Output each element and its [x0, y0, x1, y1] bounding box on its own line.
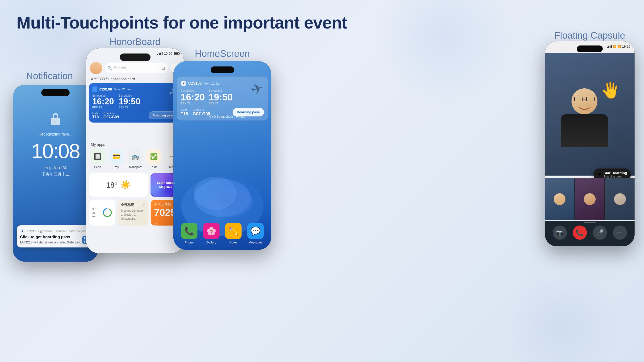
- hs-arrival-block: Scheduled 19:50 SZX T3: [208, 89, 232, 105]
- glasses-left: [574, 97, 583, 101]
- lockscreen-time: 10:08: [13, 139, 98, 163]
- homescreen-flight-card[interactable]: ✈ CZ9108 Mon, 12 Jan Scheduled 16:20 PEK…: [177, 77, 268, 120]
- checkin-block: Check-in G07-G09: [104, 112, 119, 119]
- thumb-face-3: [614, 193, 626, 205]
- dock-messages[interactable]: 💬 Messages: [247, 223, 264, 244]
- arrival-airport: SZX T3: [119, 106, 140, 109]
- hs-gate-label: Gate: [181, 108, 188, 111]
- dock-gallery[interactable]: 🌸 Gallery: [203, 223, 220, 244]
- steps-widget[interactable]: 3 h35 min: [89, 200, 115, 226]
- notes-title: 全部笔记: [121, 203, 134, 207]
- notes-header: 全部笔记 +: [121, 202, 145, 207]
- gate-value: T18: [92, 115, 99, 119]
- app-transport[interactable]: 🚌 Transport: [126, 149, 144, 169]
- fc-status-bar: 📶 📶 19:30: [607, 44, 630, 48]
- capsule-title: Star Boarding: [604, 171, 627, 175]
- more-options-button[interactable]: ⋯: [613, 226, 627, 240]
- app-todo[interactable]: ✅ To do: [145, 149, 162, 169]
- thumb-face-2: [584, 193, 596, 205]
- hs-yoyo-label: YOYO Suggestions · Flights: [181, 115, 271, 118]
- checkin-label: Check-in: [104, 112, 119, 115]
- bottom-widgets: 3 h35 min 全部笔记 + Meeting summary1. Desig…: [89, 200, 181, 226]
- weather-widget[interactable]: 18° ☀️: [89, 173, 148, 197]
- hb-time: 10:00: [164, 52, 172, 55]
- flight-date: Mon, 12 Jan: [114, 87, 131, 91]
- todo-app-label: To do: [150, 165, 158, 169]
- end-call-button[interactable]: 📞: [573, 226, 587, 240]
- hs-flight-times: Scheduled 16:20 PEK T3 Scheduled 19:50 S…: [181, 89, 264, 105]
- camera-icon: 📷: [556, 229, 564, 236]
- progress-ring: [102, 207, 112, 218]
- video-thumb-2: [575, 178, 604, 220]
- pay-app-icon: 💳: [109, 149, 124, 164]
- dock-notes[interactable]: ✏️ Notes: [225, 223, 242, 244]
- signal-bars: [157, 52, 162, 55]
- lock-icon: [50, 113, 61, 127]
- video-person: 🖐: [545, 53, 634, 176]
- departure-block: Scheduled 16:20 PEK T3: [92, 94, 114, 109]
- scan-app-icon: 🔲: [90, 149, 105, 164]
- arrival-time: 19:50: [119, 97, 140, 106]
- notification-source: YOYO Suggestion • Chinese Eastern Airlin…: [27, 229, 86, 233]
- steps-text: 3 h35 min: [92, 207, 100, 218]
- recognizing-text: Recognizing face...: [13, 132, 98, 137]
- hs-departure-time: 16:20: [181, 92, 205, 102]
- thumb-face-1: [554, 193, 566, 205]
- lock-body: [51, 118, 60, 125]
- section-label-homescreen: HomeScreen: [174, 48, 271, 59]
- hs-departure-block: Scheduled 16:20 PEK T3: [181, 89, 205, 105]
- video-thumb-1: [545, 178, 574, 220]
- video-thumb-3: [605, 178, 634, 220]
- app-pay[interactable]: 💳 Pay: [108, 149, 125, 169]
- phone-app-icon: 📞: [181, 223, 198, 239]
- capsule-text: Star Boarding Boarding pass: [604, 171, 627, 178]
- notification-card-header: ✈ YOYO Suggestion • Chinese Eastern Airl…: [20, 229, 91, 233]
- flight-card-honorboard[interactable]: ✈ CZ9108 Mon, 12 Jan Scheduled 16:20 PEK…: [89, 83, 181, 123]
- notification-body: MU3216 will departure on time, Gate 52K: [20, 240, 91, 244]
- hb-battery-icon: [174, 52, 179, 55]
- raised-hand-icon: 🖐: [601, 81, 620, 99]
- section-label-notification: Notification: [5, 71, 94, 81]
- departure-time: 16:20: [92, 97, 114, 106]
- gate-block: Gate T18: [92, 112, 99, 119]
- phone-notification: 19:30 Recognizing face... 10:08 Fri, Jun…: [13, 85, 98, 262]
- hs-arrival-airport: SZX T3: [208, 102, 232, 105]
- camera-toggle-button[interactable]: 📷: [553, 226, 567, 240]
- person-container: 🖐: [572, 88, 608, 147]
- glasses-bridge: [583, 99, 586, 99]
- section-label-floating: Floating Capsule: [545, 30, 634, 41]
- notes-add-icon[interactable]: +: [142, 202, 145, 207]
- notes-app-icon: ✏️: [225, 223, 242, 239]
- video-thumbnails: [545, 178, 634, 220]
- dock-phone[interactable]: 📞 Phone: [181, 223, 198, 244]
- mute-button[interactable]: 🎤: [593, 226, 607, 240]
- notes-widget[interactable]: 全部笔记 + Meeting summary1. Design 2. Syste…: [118, 200, 148, 226]
- airline-logo: ✈: [92, 86, 98, 92]
- search-bar[interactable]: 🔍 Search... ⊡: [104, 63, 168, 73]
- phone-app-label: Phone: [185, 241, 194, 244]
- honorboard-screen: 10:00 🔍 Search... ⊡ + 4 YOYO Suggestions…: [86, 48, 184, 253]
- checkin-value: G07-G09: [104, 115, 119, 119]
- call-controls: 📷 📞 🎤 ⋯: [545, 223, 634, 246]
- lockscreen-date-zh: 壬寅年五月十二: [13, 172, 98, 177]
- capsule-plane-icon: ✈: [597, 172, 601, 177]
- capsule-subtitle: Boarding pass: [604, 175, 627, 178]
- person-body: [561, 114, 608, 147]
- homescreen-bg-decoration: [187, 174, 258, 222]
- widgets-row: 18° ☀️ Learn aboutMagicOS: [89, 173, 181, 197]
- departure-airport: PEK T3: [92, 106, 114, 109]
- gallery-app-icon: 🌸: [203, 223, 220, 239]
- notification-card[interactable]: ✈ YOYO Suggestion • Chinese Eastern Airl…: [17, 225, 94, 248]
- mic-icon: 🎤: [596, 229, 604, 236]
- hs-airline-logo: ✈: [181, 81, 186, 86]
- gate-label: Gate: [92, 112, 99, 115]
- search-placeholder: Search...: [114, 66, 129, 70]
- steps-time: 3 h35 min: [92, 207, 100, 218]
- bg-blob-2: [373, 0, 514, 106]
- transport-app-label: Transport: [128, 165, 142, 169]
- search-icon: 🔍: [107, 66, 112, 70]
- app-scan[interactable]: 🔲 Scan: [89, 149, 106, 169]
- user-avatar[interactable]: [90, 62, 102, 74]
- hs-flight-number: CZ9108: [188, 81, 202, 85]
- myapps-label: My apps: [91, 143, 105, 147]
